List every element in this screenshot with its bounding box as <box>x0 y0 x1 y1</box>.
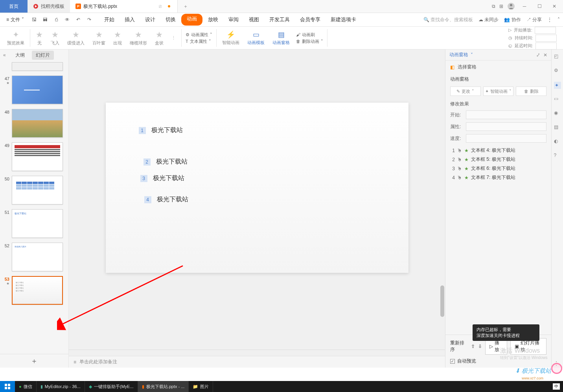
menu-vip[interactable]: 会员专享 <box>295 14 325 26</box>
coop-button[interactable]: 👥 协作 <box>504 17 521 23</box>
anim-blinds[interactable]: ★百叶窗 <box>88 29 109 47</box>
saveas-icon[interactable]: 🖬 <box>40 15 50 24</box>
start-input[interactable] <box>535 27 556 34</box>
anim-olive[interactable]: ★橄榄球形 <box>126 29 151 47</box>
menu-slideshow[interactable]: 放映 <box>203 14 223 26</box>
thumb-52[interactable]: 海报插入图片 <box>12 243 63 271</box>
smart-anim-button[interactable]: ⚡智能动画 <box>218 29 243 46</box>
menu-start[interactable]: 开始 <box>99 14 119 26</box>
delete-button[interactable]: 🗑 删除 <box>516 86 546 96</box>
move-down-button[interactable]: ⇩ <box>478 344 482 349</box>
slide-text[interactable]: 极光下载站 <box>151 126 183 134</box>
tab-add-button[interactable]: ＋ <box>178 0 193 13</box>
move-up-button[interactable]: ⇧ <box>471 344 475 349</box>
anim-slowin[interactable]: ★缓慢进入 <box>63 29 88 47</box>
close-pane-icon[interactable]: ✕ <box>543 52 547 58</box>
preview-icon[interactable]: 👁 <box>63 15 72 24</box>
speed-select[interactable] <box>466 134 546 143</box>
maximize-button[interactable]: ☐ <box>534 1 545 12</box>
redo-icon[interactable]: ↷ <box>85 15 94 24</box>
save-icon[interactable]: 🖫 <box>29 15 39 24</box>
tool-icon-anim[interactable]: ✦ <box>554 82 561 89</box>
apps-icon[interactable]: ⊞ <box>499 4 503 9</box>
slide-text[interactable]: 极光下载站 <box>153 174 184 182</box>
anim-list-item[interactable]: 1🖰★文本框 4: 极光下载站 <box>449 146 548 155</box>
modify-button[interactable]: ✎ 更改 ˅ <box>450 86 481 96</box>
menu-review[interactable]: 审阅 <box>224 14 243 26</box>
tool-icon-1[interactable]: ◰ <box>554 53 561 61</box>
menu-devtools[interactable]: 开发工具 <box>265 14 294 26</box>
anim-appear[interactable]: ★出现 <box>109 29 126 47</box>
pin-icon[interactable]: ⤦ <box>536 52 540 58</box>
print-icon[interactable]: ⎙ <box>52 15 61 24</box>
avatar[interactable] <box>507 2 515 10</box>
notes-bar[interactable]: ≡ 单击此处添加备注 <box>69 356 445 368</box>
horizontal-scrollbar[interactable] <box>69 350 445 356</box>
attr-select[interactable] <box>466 122 546 131</box>
tab-document[interactable]: P 极光下载站.pptx ⎚ <box>70 0 178 13</box>
duration-input[interactable] <box>535 35 557 42</box>
slides-tab[interactable]: 幻灯片 <box>32 51 54 60</box>
text-attr-button[interactable]: T 文本属性 ˅ <box>186 39 212 44</box>
lang-indicator[interactable]: 中 <box>553 383 560 390</box>
smart-anim-button[interactable]: ✦ 智能动画 ˅ <box>483 86 514 96</box>
anim-list-item[interactable]: 4🖰★文本框 7: 极光下载站 <box>449 173 548 182</box>
tab-view-icon[interactable]: ⎚ <box>159 4 162 9</box>
vertical-scrollbar[interactable] <box>439 50 445 350</box>
thumb-49[interactable] <box>12 142 63 171</box>
tab-template[interactable]: 找稻壳模板 <box>28 0 70 13</box>
select-pane-button[interactable]: ◧选择窗格 <box>445 61 551 74</box>
anim-box[interactable]: ★盒状 <box>151 29 167 47</box>
anim-badge[interactable]: 4 <box>144 196 151 203</box>
anim-template-button[interactable]: ▭动画模板 <box>243 29 269 46</box>
share-button[interactable]: ↗ 分享 <box>526 17 542 23</box>
thumb-48[interactable] <box>12 109 63 138</box>
menu-newtab[interactable]: 新建选项卡 <box>326 14 361 26</box>
anim-list-item[interactable]: 2🖰★文本框 5: 极光下载站 <box>449 155 548 164</box>
tool-icon-2[interactable]: ⚙ <box>554 68 561 75</box>
anim-brush-button[interactable]: 🖌 动画刷 <box>296 32 323 38</box>
menu-animation[interactable]: 动画 <box>181 14 202 26</box>
thumb-47[interactable] <box>12 75 63 104</box>
start-button[interactable] <box>0 381 15 392</box>
minimize-button[interactable]: ─ <box>519 1 530 12</box>
preview-effect-button[interactable]: ✦ 预览效果 <box>3 29 28 47</box>
anim-badge[interactable]: 3 <box>140 175 147 182</box>
canvas-scroll[interactable]: 1极光下载站 2极光下载站 3极光下载站 4极光下载站 <box>69 50 445 350</box>
tab-home[interactable]: 首页 <box>0 0 28 13</box>
undo-icon[interactable]: ↶ <box>74 15 83 24</box>
sync-button[interactable]: ☁ 未同步 <box>478 17 499 23</box>
anim-more[interactable]: ⋮ <box>167 35 180 41</box>
menu-view[interactable]: 视图 <box>244 14 264 26</box>
delay-input[interactable] <box>535 42 557 50</box>
search-input[interactable]: 🔍 查找命令、搜索模板 <box>423 17 473 23</box>
anim-badge[interactable]: 2 <box>144 158 151 166</box>
collapse-sidebar-icon[interactable]: « <box>3 52 6 58</box>
tool-icon-4[interactable]: ▭ <box>554 96 561 103</box>
anim-none[interactable]: ★无 <box>32 29 47 47</box>
anim-attr-button[interactable]: ⚙ 动画属性 ˅ <box>186 32 212 38</box>
menu-transition[interactable]: 切换 <box>161 14 180 26</box>
thumb-partial[interactable] <box>12 62 63 71</box>
slide-text[interactable]: 极光下载站 <box>157 195 188 204</box>
thumb-51[interactable]: 极光下载站 <box>12 209 63 238</box>
collapse-ribbon-icon[interactable]: ˄ <box>557 17 560 22</box>
tb-ppt[interactable]: ▮极光下载站.pptx - ... <box>138 381 189 392</box>
anim-flyin[interactable]: ★飞入 <box>47 29 63 47</box>
anim-pane-button[interactable]: ▤动画窗格 <box>269 29 294 46</box>
tb-typeset[interactable]: ◆一键排版助手(MyE... <box>85 381 138 392</box>
outline-tab[interactable]: 大纲 <box>11 51 29 60</box>
thumb-50[interactable] <box>12 176 63 204</box>
anim-list-item[interactable]: 3🖰★文本框 6: 极光下载站 <box>449 164 548 173</box>
thumb-53[interactable]: 极光下载站极光下载站极光下载站极光下载站 <box>12 276 63 305</box>
more-icon[interactable]: ⋮ <box>547 17 552 22</box>
menu-design[interactable]: 设计 <box>140 14 160 26</box>
tool-icon-6[interactable]: ▤ <box>554 124 561 131</box>
slide-canvas[interactable]: 1极光下载站 2极光下载站 3极光下载站 4极光下载站 <box>106 103 408 273</box>
scroll-thumb[interactable] <box>440 285 444 317</box>
file-menu[interactable]: ≡ 文件 ˅ <box>3 15 27 25</box>
slide-text[interactable]: 极光下载站 <box>156 158 188 166</box>
dropdown-icon[interactable]: ˅ <box>471 52 473 58</box>
tb-wechat[interactable]: ●微信 <box>15 381 37 392</box>
tool-icon-7[interactable]: ◐ <box>554 138 561 145</box>
